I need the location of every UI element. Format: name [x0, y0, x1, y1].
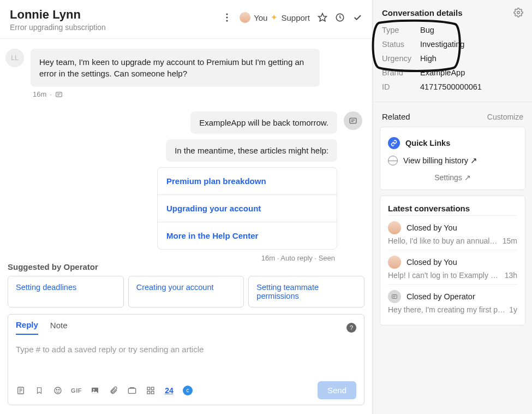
composer-toolbar: GIF 24 c Send [16, 381, 356, 399]
avatar-icon [388, 256, 401, 269]
closed-by: Closed by Operator [407, 292, 475, 301]
emoji-icon[interactable] [53, 386, 63, 395]
bookmark-icon[interactable] [34, 386, 44, 395]
close-check-icon[interactable] [352, 13, 362, 22]
detail-row-status[interactable]: StatusInvestigating [382, 37, 523, 51]
article-link[interactable]: Premium plan breakdown [158, 168, 337, 195]
details-title: Conversation details [382, 8, 513, 17]
detail-value: 41717500000061 [420, 82, 482, 91]
svg-rect-26 [392, 295, 397, 299]
svg-rect-21 [147, 387, 150, 390]
svg-rect-20 [128, 388, 135, 393]
detail-value: Bug [420, 26, 434, 34]
header-actions: You ✦ Support [222, 8, 362, 23]
quick-links-panel: Quick Links View billing history ↗ Setti… [380, 127, 525, 190]
assignee-chip[interactable]: You ✦ Support [240, 12, 310, 23]
app-icon[interactable] [146, 386, 156, 395]
c-badge-icon[interactable]: c [183, 386, 193, 395]
seen-icon [55, 91, 63, 98]
image-icon[interactable] [90, 386, 100, 395]
bot-message-2: In the meantime, these articles might he… [166, 139, 337, 162]
composer: Reply Note ? GIF 24 c Send [8, 314, 364, 405]
main-pane: Lonnie Lynn Error upgrading subscription… [0, 0, 373, 414]
details-list: TypeBug StatusInvestigating UrgencyHigh … [373, 23, 532, 102]
help-icon[interactable]: ? [346, 323, 356, 333]
svg-point-0 [226, 13, 228, 15]
svg-point-17 [58, 389, 59, 390]
conversation-item[interactable]: Closed by Operator Hey there, I'm creati… [388, 284, 517, 318]
tab-reply[interactable]: Reply [16, 320, 38, 335]
bot-avatar [344, 111, 362, 130]
conversation-item[interactable]: Closed by You Hello, I'd like to buy an … [388, 215, 517, 250]
svg-point-25 [517, 11, 520, 14]
more-icon[interactable] [222, 13, 232, 22]
conv-preview: Hello, I'd like to buy an annual s… [388, 236, 499, 245]
operator-avatar-icon [388, 290, 401, 303]
bot-row-1: ExampleApp will be back tomorrow. [190, 111, 362, 134]
conversation-subject: Error upgrading subscription [10, 23, 222, 32]
link-icon [388, 137, 400, 149]
attachment-icon[interactable] [109, 386, 118, 395]
svg-marker-3 [319, 14, 327, 21]
related-title: Related [382, 112, 487, 121]
svg-point-16 [56, 389, 57, 390]
closed-by: Closed by You [407, 223, 457, 232]
billing-link[interactable]: View billing history ↗ [388, 152, 517, 169]
latest-title: Latest conversations [388, 203, 517, 215]
customize-link[interactable]: Customize [487, 113, 523, 121]
article-link[interactable]: More in the Help Center [158, 222, 337, 249]
detail-label: Brand [382, 68, 420, 77]
sidebar: Conversation details TypeBug StatusInves… [373, 0, 532, 414]
detail-label: Status [382, 40, 420, 49]
svg-rect-23 [147, 391, 150, 394]
suggested-card[interactable]: Setting deadlines [8, 276, 124, 307]
gif-icon[interactable]: GIF [71, 386, 81, 395]
svg-point-1 [226, 16, 228, 18]
article-link[interactable]: Upgrading your account [158, 195, 337, 222]
latest-conversations-panel: Latest conversations Closed by You Hello… [380, 196, 525, 326]
conversation-header: Lonnie Lynn Error upgrading subscription… [0, 0, 372, 39]
detail-row-type[interactable]: TypeBug [382, 23, 523, 37]
message-thread: LL Hey team, I'm keen to upgrade my acco… [0, 39, 372, 262]
tab-note[interactable]: Note [50, 321, 68, 334]
conv-preview: Hey there, I'm creating my first pr… [388, 305, 506, 314]
timestamp: 16m [33, 90, 46, 98]
suggested-card[interactable]: Setting teammate permissions [248, 276, 364, 307]
suggested-row: Setting deadlines Creating your account … [8, 276, 364, 307]
article-link-list: Premium plan breakdown Upgrading your ac… [157, 167, 337, 250]
quick-links-label: Quick Links [405, 139, 450, 147]
detail-row-brand[interactable]: BrandExampleApp [382, 66, 523, 80]
reply-input[interactable] [16, 335, 356, 380]
detail-value: High [420, 54, 437, 63]
saved-reply-icon[interactable] [16, 386, 26, 395]
conv-time: 1y [509, 305, 517, 314]
svg-rect-5 [56, 92, 62, 96]
detail-row-urgency[interactable]: UrgencyHigh [382, 51, 523, 66]
send-button[interactable]: Send [318, 381, 356, 399]
conversation-item[interactable]: Closed by You Help! I can't log in to Ex… [388, 250, 517, 284]
billing-label: View billing history ↗ [403, 156, 477, 165]
customer-message-meta: 16m · [33, 90, 362, 98]
star-icon[interactable] [318, 13, 327, 22]
detail-row-id[interactable]: ID41717500000061 [382, 80, 523, 94]
detail-label: Urgency [382, 54, 420, 63]
snooze-icon[interactable] [335, 13, 345, 22]
svg-rect-24 [151, 391, 154, 394]
related-header: Related Customize [373, 102, 532, 127]
customer-name: Lonnie Lynn [10, 8, 222, 22]
suggested-card[interactable]: Creating your account [128, 276, 244, 307]
quick-links-row[interactable]: Quick Links [388, 134, 517, 152]
conv-time: 13h [505, 271, 517, 280]
composer-tabs: Reply Note ? [16, 320, 356, 335]
customer-message-row: LL Hey team, I'm keen to upgrade my acco… [5, 49, 362, 87]
closed-by: Closed by You [407, 258, 457, 267]
article-icon[interactable] [127, 386, 137, 395]
gear-icon[interactable] [513, 8, 523, 17]
svg-point-15 [55, 387, 61, 394]
detail-value: Investigating [420, 40, 464, 49]
bot-message-meta: 16m · Auto reply · Seen [5, 254, 335, 262]
hours-badge[interactable]: 24 [164, 386, 174, 395]
settings-link[interactable]: Settings ↗ [388, 169, 517, 183]
svg-rect-22 [151, 387, 154, 390]
sparkle-icon: ✦ [271, 13, 278, 22]
